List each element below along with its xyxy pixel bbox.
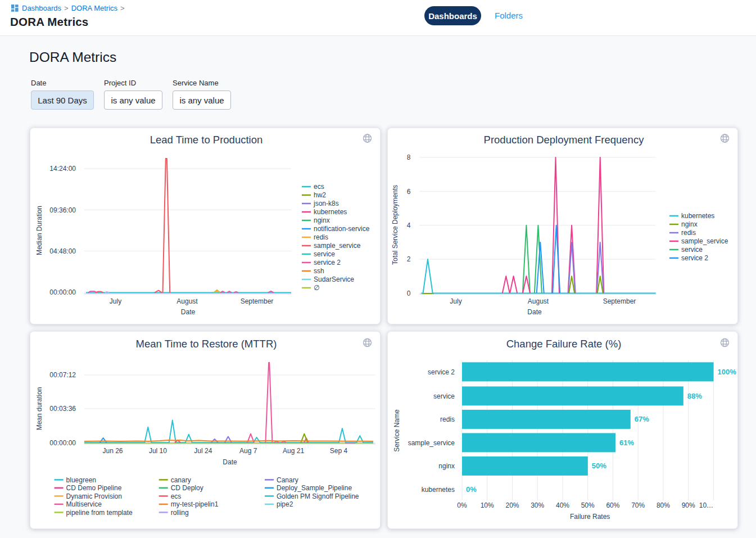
svg-text:00:00:00: 00:00:00 bbox=[49, 288, 76, 296]
svg-text:August: August bbox=[176, 297, 198, 305]
svg-text:100%: 100% bbox=[718, 368, 737, 376]
svg-text:Jun 26: Jun 26 bbox=[102, 447, 123, 455]
svg-text:60%: 60% bbox=[606, 501, 619, 509]
svg-text:CD Deploy: CD Deploy bbox=[171, 484, 203, 492]
svg-text:nginx: nginx bbox=[438, 462, 455, 470]
svg-text:80%: 80% bbox=[657, 501, 670, 509]
svg-text:service 2: service 2 bbox=[681, 254, 708, 262]
svg-text:ssh: ssh bbox=[314, 267, 324, 275]
svg-text:service: service bbox=[433, 392, 455, 400]
svg-text:Date: Date bbox=[527, 308, 542, 316]
svg-text:04:48:00: 04:48:00 bbox=[49, 247, 76, 255]
svg-text:my-test-pipelin1: my-test-pipelin1 bbox=[171, 500, 219, 508]
svg-text:kubernetes: kubernetes bbox=[314, 208, 347, 216]
svg-text:61%: 61% bbox=[619, 438, 634, 447]
svg-text:67%: 67% bbox=[635, 415, 649, 423]
svg-text:Sep 4: Sep 4 bbox=[330, 447, 348, 455]
svg-text:14:24:00: 14:24:00 bbox=[49, 165, 76, 173]
svg-text:10%: 10% bbox=[481, 501, 494, 509]
svg-text:kubernetes: kubernetes bbox=[422, 486, 455, 494]
svg-text:Failure Rates: Failure Rates bbox=[570, 513, 610, 521]
svg-text:70%: 70% bbox=[631, 501, 645, 509]
svg-text:Multiservice: Multiservice bbox=[66, 500, 102, 508]
svg-text:August: August bbox=[528, 297, 549, 305]
svg-text:json-k8s: json-k8s bbox=[313, 200, 339, 207]
svg-text:20%: 20% bbox=[505, 501, 519, 509]
svg-text:ecs: ecs bbox=[314, 183, 324, 191]
svg-text:Change Failure Rate (%): Change Failure Rate (%) bbox=[506, 338, 622, 350]
svg-text:pipeline from template: pipeline from template bbox=[66, 509, 133, 517]
svg-text:July: July bbox=[450, 297, 461, 305]
svg-text:90%: 90% bbox=[682, 501, 695, 509]
svg-text:Jul 24: Jul 24 bbox=[194, 447, 212, 455]
svg-text:10…: 10… bbox=[699, 501, 713, 509]
svg-text:redis: redis bbox=[440, 415, 455, 423]
svg-text:service 2: service 2 bbox=[428, 368, 455, 376]
svg-text:Dynamic Provision: Dynamic Provision bbox=[66, 492, 122, 500]
svg-text:Service Name: Service Name bbox=[393, 409, 401, 452]
svg-text:notification-service: notification-service bbox=[314, 225, 370, 233]
svg-text:4: 4 bbox=[407, 221, 411, 229]
svg-text:Median Duration: Median Duration bbox=[35, 206, 43, 255]
svg-text:hw2: hw2 bbox=[314, 191, 326, 199]
svg-text:sample_service: sample_service bbox=[681, 237, 728, 245]
svg-text:canary: canary bbox=[171, 476, 191, 484]
svg-text:SudarService: SudarService bbox=[314, 275, 354, 283]
svg-text:Jul 10: Jul 10 bbox=[149, 447, 167, 455]
svg-text:bluegreen: bluegreen bbox=[66, 476, 96, 484]
svg-text:Mean Time to Restore (MTTR): Mean Time to Restore (MTTR) bbox=[136, 338, 277, 350]
svg-text:8: 8 bbox=[407, 153, 411, 161]
svg-text:0: 0 bbox=[407, 290, 411, 297]
svg-text:50%: 50% bbox=[592, 462, 606, 470]
svg-text:0%: 0% bbox=[457, 501, 467, 509]
svg-text:service: service bbox=[681, 246, 703, 254]
svg-text:00:00:00: 00:00:00 bbox=[49, 439, 76, 447]
svg-text:6: 6 bbox=[407, 188, 411, 196]
svg-text:Date: Date bbox=[223, 458, 237, 466]
svg-text:2: 2 bbox=[407, 255, 411, 263]
svg-text:40%: 40% bbox=[556, 501, 569, 509]
svg-text:09:36:00: 09:36:00 bbox=[49, 206, 76, 214]
svg-text:Production Deployment Frequenc: Production Deployment Frequency bbox=[484, 134, 645, 146]
svg-text:rolling: rolling bbox=[171, 509, 189, 517]
svg-text:Mean duration: Mean duration bbox=[35, 387, 43, 431]
svg-text:Date: Date bbox=[181, 308, 196, 316]
svg-text:pipe2: pipe2 bbox=[277, 500, 293, 508]
svg-text:July: July bbox=[110, 297, 121, 305]
svg-text:50%: 50% bbox=[581, 501, 595, 509]
svg-text:sample_service: sample_service bbox=[314, 242, 361, 250]
svg-text:redis: redis bbox=[681, 229, 696, 237]
svg-text:ecs: ecs bbox=[171, 492, 182, 500]
svg-text:88%: 88% bbox=[687, 392, 702, 400]
svg-text:00:07:12: 00:07:12 bbox=[49, 371, 76, 379]
svg-text:September: September bbox=[603, 297, 636, 305]
svg-text:service: service bbox=[314, 250, 335, 258]
svg-text:September: September bbox=[241, 297, 274, 305]
svg-text:Lead Time to Production: Lead Time to Production bbox=[150, 134, 263, 146]
svg-text:redis: redis bbox=[314, 233, 328, 241]
svg-text:00:03:36: 00:03:36 bbox=[49, 405, 76, 413]
svg-text:Total Service Deployments: Total Service Deployments bbox=[391, 185, 399, 265]
svg-text:Deploy_Sample_Pipeline: Deploy_Sample_Pipeline bbox=[277, 484, 352, 492]
svg-text:Golden PM Signoff Pipeline: Golden PM Signoff Pipeline bbox=[277, 492, 359, 500]
svg-text:nginx: nginx bbox=[314, 216, 330, 224]
svg-text:kubernetes: kubernetes bbox=[681, 212, 714, 220]
svg-text:30%: 30% bbox=[531, 501, 544, 509]
svg-text:∅: ∅ bbox=[314, 284, 319, 292]
svg-text:Aug 21: Aug 21 bbox=[283, 447, 304, 455]
svg-text:service 2: service 2 bbox=[314, 259, 341, 266]
svg-text:CD Demo Pipeline: CD Demo Pipeline bbox=[66, 484, 122, 492]
svg-text:Aug 7: Aug 7 bbox=[239, 447, 257, 455]
svg-text:0%: 0% bbox=[466, 485, 477, 494]
svg-text:Canary: Canary bbox=[277, 476, 298, 484]
svg-text:sample_service: sample_service bbox=[408, 439, 455, 447]
svg-text:nginx: nginx bbox=[681, 220, 698, 228]
